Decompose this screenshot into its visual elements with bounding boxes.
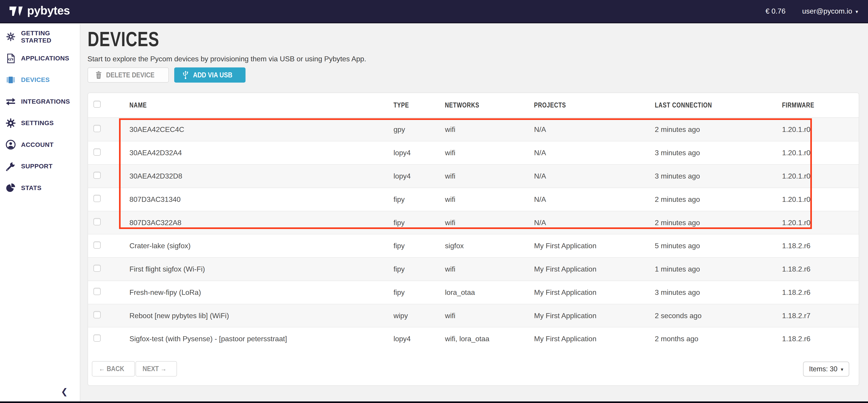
cell-device-name: First flight sigfox (Wi-Fi) [129,265,394,273]
sidebar-item-getting-started[interactable]: GETTING STARTED [0,26,80,48]
cell-type: fipy [394,242,445,250]
cell-networks: wifi, lora_otaa [445,335,534,343]
row-checkbox[interactable] [93,288,101,295]
sidebar-item-integrations[interactable]: INTEGRATIONS [0,91,80,112]
row-checkbox[interactable] [93,195,101,202]
table-row[interactable]: First flight sigfox (Wi-Fi) fipy wifi My… [88,257,859,281]
cell-device-name: 30AEA42CEC4C [129,125,394,134]
sidebar-nav: GETTING STARTED APPLICATIONS DEVICES INT… [0,25,80,199]
cell-projects: My First Application [534,312,655,320]
cell-type: fipy [394,265,445,273]
cell-projects: My First Application [534,242,655,250]
cell-type: fipy [394,195,445,204]
delete-device-button[interactable]: DELETE DEVICE [88,67,169,82]
cell-device-name: Crater-lake (sigfox) [129,242,394,250]
caret-down-icon: ▾ [841,367,843,372]
table-row[interactable]: 807D3AC322A8 fipy wifi N/A 2 minutes ago… [88,211,859,234]
cell-networks: wifi [445,172,534,180]
sidebar-item-account[interactable]: ACCOUNT [0,134,80,155]
table-header: NAME TYPE NETWORKS PROJECTS LAST CONNECT… [88,93,859,118]
cell-device-name: 807D3AC31340 [129,195,394,204]
wrench-icon [5,161,16,172]
cell-device-name: 807D3AC322A8 [129,219,394,227]
row-checkbox[interactable] [93,125,101,132]
topbar-right: € 0.76 user@pycom.io ▾ [766,7,868,16]
add-via-usb-button[interactable]: ADD VIA USB [174,67,245,82]
cell-networks: sigfox [445,242,534,250]
column-header-projects: PROJECTS [534,101,655,109]
table-body: 30AEA42CEC4C gpy wifi N/A 2 minutes ago … [88,118,859,350]
cell-projects: My First Application [534,288,655,297]
back-button[interactable]: ← BACK [92,361,135,377]
table-row[interactable]: 30AEA42D32D8 lopy4 wifi N/A 3 minutes ag… [88,164,859,188]
row-checkbox[interactable] [93,172,101,179]
cell-device-name: Reboot [new pybytes lib] (WiFi) [129,312,394,320]
cell-type: gpy [394,125,445,134]
row-checkbox[interactable] [93,149,101,156]
row-checkbox[interactable] [93,218,101,225]
cell-networks: lora_otaa [445,288,534,297]
cell-last-connection: 3 minutes ago [655,149,782,157]
table-row[interactable]: 30AEA42CEC4C gpy wifi N/A 2 minutes ago … [88,118,859,141]
trash-icon [95,71,102,79]
user-menu[interactable]: user@pycom.io ▾ [802,7,858,16]
column-header-firmware: FIRMWARE [782,101,859,109]
page-title: DEVICES [88,27,180,52]
sidebar-item-devices[interactable]: DEVICES [0,69,80,91]
column-header-last-connection: LAST CONNECTION [655,101,782,109]
bottom-edge-bar [0,401,868,403]
user-icon [5,140,16,150]
column-header-networks: NETWORKS [445,101,534,109]
cell-firmware: 1.20.1.r0 [782,149,859,157]
cell-last-connection: 1 minutes ago [655,265,782,273]
table-row[interactable]: Fresh-new-fipy (LoRa) fipy lora_otaa My … [88,281,859,304]
cell-projects: N/A [534,219,655,227]
cell-device-name: Sigfox-test (with Pysense) - [pastoor pe… [129,335,394,343]
column-header-type: TYPE [394,101,445,109]
cell-projects: N/A [534,172,655,180]
cell-type: lopy4 [394,149,445,157]
cell-projects: My First Application [534,265,655,273]
select-all-checkbox[interactable] [93,101,101,108]
sidebar-item-support[interactable]: SUPPORT [0,155,80,177]
cell-type: fipy [394,288,445,297]
cell-projects: N/A [534,195,655,204]
caret-down-icon: ▾ [856,9,858,15]
column-header-name: NAME [129,101,394,109]
sidebar-collapse-button[interactable]: ❮ [61,387,68,397]
cell-type: lopy4 [394,335,445,343]
row-checkbox[interactable] [93,242,101,249]
table-row[interactable]: 807D3AC31340 fipy wifi N/A 2 minutes ago… [88,188,859,211]
transfer-arrows-icon [5,96,16,107]
cell-networks: wifi [445,219,534,227]
brand[interactable]: pybytes [0,5,70,18]
row-checkbox[interactable] [93,265,101,272]
sidebar-item-settings[interactable]: SETTINGS [0,113,80,134]
user-email: user@pycom.io [802,7,852,16]
table-row[interactable]: 30AEA42D32A4 lopy4 wifi N/A 3 minutes ag… [88,141,859,164]
pybytes-app: pybytes € 0.76 user@pycom.io ▾ GETTING S… [0,0,868,403]
row-checkbox[interactable] [93,311,101,318]
table-row[interactable]: Crater-lake (sigfox) fipy sigfox My Firs… [88,234,859,257]
cell-projects: N/A [534,149,655,157]
cell-networks: wifi [445,149,534,157]
row-checkbox[interactable] [93,335,101,342]
cell-firmware: 1.20.1.r0 [782,219,859,227]
cell-firmware: 1.18.2.r6 [782,288,859,297]
sidebar-item-stats[interactable]: STATS [0,177,80,199]
table-row[interactable]: Reboot [new pybytes lib] (WiFi) wipy wif… [88,304,859,327]
devices-table-card: NAME TYPE NETWORKS PROJECTS LAST CONNECT… [88,93,859,386]
cell-networks: wifi [445,312,534,320]
sidebar-item-applications[interactable]: APPLICATIONS [0,48,80,69]
sidebar: GETTING STARTED APPLICATIONS DEVICES INT… [0,25,80,403]
cell-firmware: 1.18.2.r6 [782,265,859,273]
cell-firmware: 1.20.1.r0 [782,125,859,134]
cell-last-connection: 2 months ago [655,335,782,343]
items-per-page-dropdown[interactable]: Items: 30 ▾ [803,362,849,376]
gear-icon [5,118,16,128]
table-row[interactable]: Sigfox-test (with Pysense) - [pastoor pe… [88,327,859,350]
cell-type: fipy [394,219,445,227]
next-button[interactable]: NEXT → [135,361,177,377]
topbar: pybytes € 0.76 user@pycom.io ▾ [0,0,868,23]
pagination: ← BACK NEXT → Items: 30 ▾ [88,349,859,385]
